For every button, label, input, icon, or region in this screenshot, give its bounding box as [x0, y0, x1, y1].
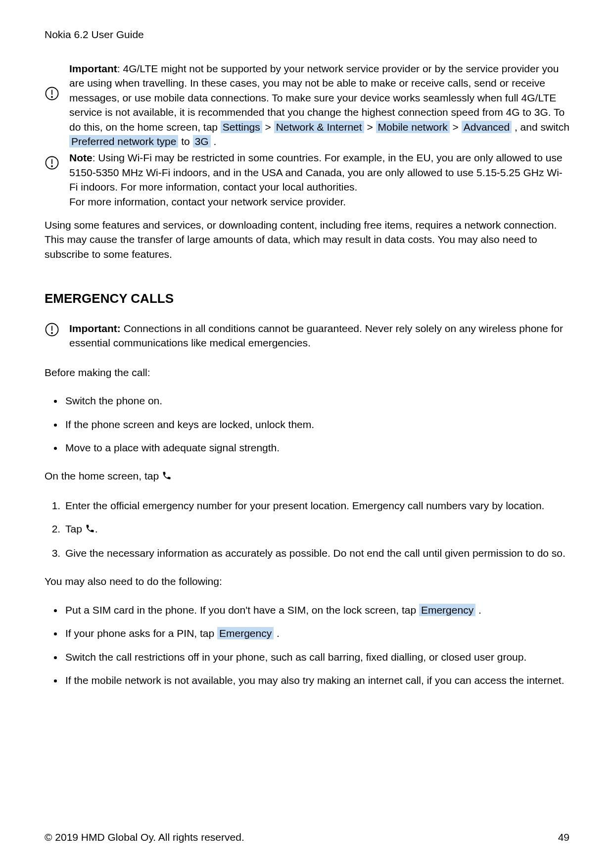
section-heading-emergency: EMERGENCY CALLS — [45, 291, 569, 306]
path-settings: Settings — [221, 121, 262, 133]
emergency-steps: Enter the official emergency number for … — [45, 498, 569, 561]
alert-icon — [45, 322, 59, 339]
step2-text-b: . — [95, 523, 98, 534]
page-number: 49 — [558, 831, 569, 843]
path-3g: 3G — [193, 135, 211, 147]
important-note-text: Important: 4G/LTE might not be supported… — [69, 61, 569, 148]
bullet-1a: Put a SIM card in the phone. If you don'… — [65, 604, 419, 616]
important-body-2c: . — [211, 136, 217, 147]
list-item: Move to a place with adequate signal str… — [63, 440, 569, 455]
page-header: Nokia 6.2 User Guide — [45, 29, 569, 41]
bullet-2a: If your phone asks for a PIN, tap — [65, 627, 217, 639]
emergency-important-label: Important: — [69, 323, 121, 334]
path-mobile-network: Mobile network — [376, 121, 450, 133]
list-item: Switch the call restrictions off in your… — [63, 650, 569, 664]
list-item: If your phone asks for a PIN, tap Emerge… — [63, 626, 569, 640]
emergency-important-text: Important: Connections in all conditions… — [69, 321, 569, 350]
important-label: Important — [69, 63, 117, 74]
svg-point-5 — [51, 166, 52, 167]
list-item: If the phone screen and keys are locked,… — [63, 417, 569, 432]
phone-icon — [162, 470, 172, 484]
home-screen-tap: On the home screen, tap — [45, 469, 569, 484]
important-note-row: Important: 4G/LTE might not be supported… — [45, 61, 569, 148]
wifi-note-row: Note: Using Wi-Fi may be restricted in s… — [45, 150, 569, 209]
home-tap-text: On the home screen, tap — [45, 470, 162, 482]
step2-text-a: Tap — [65, 523, 85, 534]
list-item: Tap . — [63, 522, 569, 537]
list-item: Switch the phone on. — [63, 393, 569, 408]
page-footer: © 2019 HMD Global Oy. All rights reserve… — [45, 831, 569, 843]
emergency-highlight: Emergency — [217, 627, 274, 639]
alert-icon — [45, 86, 59, 103]
important-body-2b: to — [178, 136, 192, 147]
list-item: Enter the official emergency number for … — [63, 498, 569, 513]
note-body-2: For more information, contact your netwo… — [69, 194, 569, 209]
wifi-note-text: Note: Using Wi-Fi may be restricted in s… — [69, 150, 569, 209]
before-call-bullets: Switch the phone on. If the phone screen… — [45, 393, 569, 455]
phone-icon — [85, 523, 95, 537]
list-item: Put a SIM card in the phone. If you don'… — [63, 603, 569, 617]
bullet-2b: . — [274, 627, 280, 639]
copyright-text: © 2019 HMD Global Oy. All rights reserve… — [45, 831, 244, 843]
bullet-1b: . — [475, 604, 481, 616]
svg-point-2 — [51, 96, 52, 97]
also-bullets: Put a SIM card in the phone. If you don'… — [45, 603, 569, 688]
data-costs-paragraph: Using some features and services, or dow… — [45, 218, 569, 261]
alert-icon — [45, 155, 59, 172]
note-label: Note — [69, 152, 93, 163]
path-preferred-network: Preferred network type — [69, 135, 178, 147]
path-network-internet: Network & Internet — [274, 121, 364, 133]
emergency-highlight: Emergency — [419, 604, 475, 616]
svg-point-8 — [51, 333, 52, 334]
also-lead: You may also need to do the following: — [45, 574, 569, 588]
note-body-1: : Using Wi-Fi may be restricted in some … — [69, 152, 563, 193]
before-call-lead: Before making the call: — [45, 365, 569, 380]
important-body-2a: , and switch — [512, 121, 569, 133]
list-item: Give the necessary information as accura… — [63, 546, 569, 560]
emergency-important-body: Connections in all conditions cannot be … — [69, 323, 563, 348]
emergency-important-row: Important: Connections in all conditions… — [45, 321, 569, 350]
path-advanced: Advanced — [462, 121, 512, 133]
list-item: If the mobile network is not available, … — [63, 673, 569, 687]
